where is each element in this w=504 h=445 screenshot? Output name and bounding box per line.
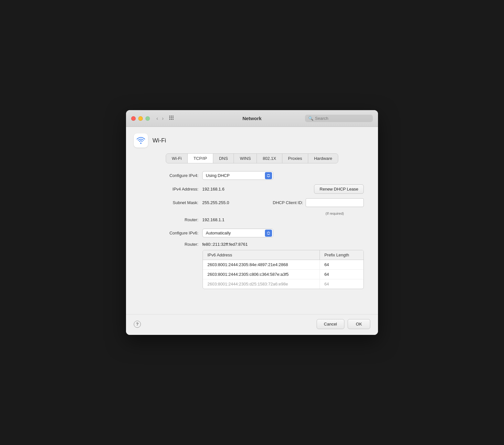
- dhcp-client-id-input[interactable]: [306, 198, 364, 207]
- action-buttons: Cancel OK: [317, 319, 370, 329]
- svg-rect-8: [173, 119, 173, 120]
- ipv4-address-label: IPv4 Address:: [140, 187, 198, 191]
- configure-ipv4-label: Configure IPv4:: [140, 173, 198, 178]
- tab-dns[interactable]: DNS: [213, 154, 234, 163]
- wifi-label: Wi-Fi: [152, 137, 166, 144]
- table-row: 2603:8001:2444:2305:84e:4897:21e4:2868 6…: [203, 260, 363, 270]
- search-bar[interactable]: 🔍: [305, 115, 373, 122]
- ipv6-table-container: IPv6 Address Prefix Length 2603:8001:244…: [203, 250, 364, 289]
- content-area: Wi-Fi Wi-Fi TCP/IP DNS WINS 802.1X Proxi…: [126, 127, 378, 314]
- router-ipv6-row: Router: fe80::211:32ff:fed7:8761: [140, 242, 364, 247]
- subnet-mask-value: 255.255.255.0: [202, 200, 229, 205]
- svg-rect-7: [171, 119, 172, 120]
- ipv6-address-1: 2603:8001:2444:2305:84e:4897:21e4:2868: [203, 260, 320, 270]
- router-ipv6-label: Router:: [140, 242, 198, 247]
- table-row: 2603:8001:2444:2305:c806:c364:587e:a3f5 …: [203, 270, 363, 279]
- tab-wifi[interactable]: Wi-Fi: [166, 154, 188, 163]
- if-required-text: (If required): [306, 212, 364, 215]
- configure-ipv6-select[interactable]: Automatically Manually Off: [202, 229, 273, 237]
- subnet-mask-row: Subnet Mask: 255.255.255.0 DHCP Client I…: [140, 198, 364, 207]
- wifi-icon-box: [134, 133, 148, 148]
- prefix-length-2: 64: [320, 270, 363, 279]
- traffic-lights: [131, 116, 150, 121]
- dhcp-client-id-label: DHCP Client ID:: [273, 200, 303, 205]
- svg-rect-6: [169, 119, 170, 120]
- router-ipv4-row: Router: 192.168.1.1: [140, 217, 364, 222]
- minimize-button[interactable]: [138, 116, 143, 121]
- svg-rect-4: [171, 117, 172, 118]
- forward-button[interactable]: ›: [161, 115, 165, 122]
- main-window: ‹ › Network 🔍: [126, 110, 378, 335]
- configure-ipv4-row: Configure IPv4: Using DHCP Manually Usin…: [140, 171, 364, 180]
- configure-ipv6-row: Configure IPv6: Automatically Manually O…: [140, 229, 364, 237]
- maximize-button[interactable]: [145, 116, 150, 121]
- configure-ipv4-select[interactable]: Using DHCP Manually Using BootP Off: [202, 171, 273, 180]
- grid-button[interactable]: [168, 115, 175, 122]
- svg-rect-5: [173, 117, 173, 118]
- tab-hardware[interactable]: Hardware: [308, 154, 338, 163]
- wifi-header: Wi-Fi: [134, 133, 370, 148]
- configure-ipv6-select-wrapper: Automatically Manually Off: [202, 229, 273, 237]
- prefix-length-1: 64: [320, 260, 363, 270]
- router-ipv4-value: 192.168.1.1: [202, 217, 225, 222]
- cancel-button[interactable]: Cancel: [317, 319, 344, 329]
- router-ipv4-label: Router:: [140, 217, 198, 222]
- tab-wins[interactable]: WINS: [234, 154, 257, 163]
- close-button[interactable]: [131, 116, 136, 121]
- titlebar: ‹ › Network 🔍: [126, 110, 378, 127]
- svg-rect-3: [169, 117, 170, 118]
- ipv4-address-value: 192.168.1.6: [202, 187, 225, 191]
- dhcp-client-id-section: DHCP Client ID:: [273, 198, 364, 207]
- ipv6-address-3: 2603:8001:2444:2305:d25:1583:72a6:e98e: [203, 279, 320, 289]
- back-button[interactable]: ‹: [155, 115, 159, 122]
- if-required-row: (If required): [140, 212, 364, 215]
- subnet-mask-label: Subnet Mask:: [140, 200, 198, 205]
- ipv6-address-2: 2603:8001:2444:2305:c806:c364:587e:a3f5: [203, 270, 320, 279]
- svg-rect-2: [173, 116, 173, 117]
- ipv6-col-address: IPv6 Address: [203, 250, 320, 260]
- ipv4-address-row: IPv4 Address: 192.168.1.6 Renew DHCP Lea…: [140, 184, 364, 194]
- router-ipv6-value: fe80::211:32ff:fed7:8761: [202, 242, 248, 247]
- tab-bar: Wi-Fi TCP/IP DNS WINS 802.1X Proxies Har…: [166, 153, 339, 163]
- search-input[interactable]: [315, 116, 370, 121]
- bottom-bar: ? Cancel OK: [126, 314, 378, 335]
- tab-tcpip[interactable]: TCP/IP: [188, 154, 213, 163]
- renew-dhcp-button[interactable]: Renew DHCP Lease: [314, 184, 364, 194]
- prefix-length-3: 64: [320, 279, 363, 289]
- wifi-icon: [136, 136, 145, 145]
- window-title: Network: [242, 116, 261, 121]
- ok-button[interactable]: OK: [348, 319, 370, 329]
- configure-ipv4-select-wrapper: Using DHCP Manually Using BootP Off: [202, 171, 273, 180]
- form-area: Configure IPv4: Using DHCP Manually Usin…: [134, 171, 370, 289]
- svg-rect-1: [171, 116, 172, 117]
- help-button[interactable]: ?: [134, 321, 141, 328]
- ipv6-table: IPv6 Address Prefix Length 2603:8001:244…: [203, 250, 363, 289]
- tab-8021x[interactable]: 802.1X: [257, 154, 282, 163]
- table-row: 2603:8001:2444:2305:d25:1583:72a6:e98e 6…: [203, 279, 363, 289]
- configure-ipv6-label: Configure IPv6:: [140, 231, 198, 235]
- nav-buttons: ‹ ›: [155, 115, 165, 122]
- svg-rect-0: [169, 116, 170, 117]
- tab-proxies[interactable]: Proxies: [282, 154, 308, 163]
- search-icon: 🔍: [308, 116, 313, 121]
- ipv6-col-prefix: Prefix Length: [320, 250, 363, 260]
